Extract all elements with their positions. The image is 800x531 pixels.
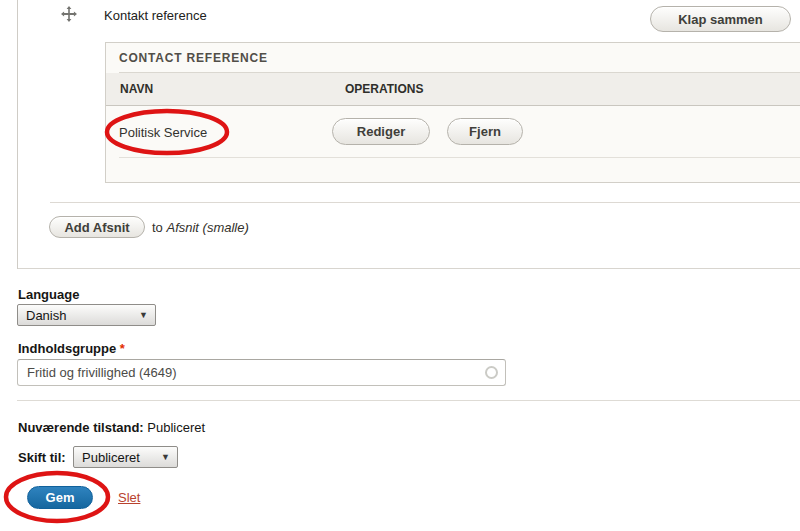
change-state-label: Skift til: [18, 450, 66, 465]
chevron-down-icon: ▼ [139, 310, 148, 320]
table-header-row: NAVN OPERATIONS [106, 73, 800, 106]
add-suffix-plain: to [152, 220, 166, 235]
change-state-value: Publiceret [82, 450, 140, 465]
content-group-label: Indholdsgruppe * [18, 341, 125, 356]
delete-link[interactable]: Slet [118, 490, 140, 505]
add-suffix-target: Afsnit (smalle) [166, 220, 248, 235]
row-divider [119, 157, 800, 158]
current-state-value: Publiceret [144, 420, 205, 435]
add-afsnit-button[interactable]: Add Afsnit [49, 216, 145, 238]
fieldset-bottom-border [18, 268, 800, 269]
language-select-value: Danish [26, 308, 66, 323]
change-state-select[interactable]: Publiceret ▼ [73, 446, 178, 468]
autocomplete-status-icon [485, 366, 498, 379]
collapse-button[interactable]: Klap sammen [650, 6, 791, 32]
language-label: Language [18, 287, 79, 302]
contact-reference-table: CONTACT REFERENCE NAVN OPERATIONS Politi… [105, 42, 800, 183]
content-group-input[interactable] [17, 359, 506, 386]
save-button[interactable]: Gem [27, 486, 93, 509]
language-select[interactable]: Danish ▼ [17, 304, 156, 326]
add-section-divider [50, 202, 800, 203]
section-divider [17, 400, 800, 401]
table-row-name: Politisk Service [119, 125, 207, 140]
current-state-label: Nuværende tilstand: [18, 420, 144, 435]
column-header-navn: NAVN [120, 73, 153, 105]
edit-button[interactable]: Rediger [332, 118, 430, 145]
drag-handle-icon[interactable] [61, 6, 77, 22]
paragraph-item-label: Kontakt reference [104, 8, 207, 23]
add-afsnit-suffix: to Afsnit (smalle) [152, 220, 249, 235]
required-marker: * [120, 341, 125, 356]
fieldset-left-border [17, 0, 18, 269]
node-edit-form: Kontakt reference Klap sammen CONTACT RE… [0, 0, 800, 531]
current-state-line: Nuværende tilstand: Publiceret [18, 420, 205, 435]
chevron-down-icon: ▼ [161, 452, 170, 462]
column-header-operations: OPERATIONS [345, 73, 423, 105]
table-caption: CONTACT REFERENCE [119, 43, 268, 72]
content-group-field-wrap [17, 359, 506, 386]
content-group-label-text: Indholdsgruppe [18, 341, 116, 356]
remove-button[interactable]: Fjern [447, 118, 523, 145]
